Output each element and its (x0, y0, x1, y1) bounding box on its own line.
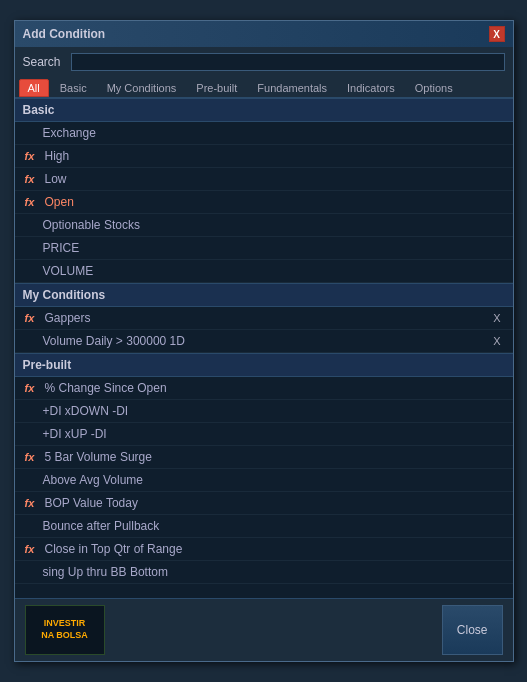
list-item[interactable]: fx Close in Top Qtr of Range (15, 538, 513, 561)
list-item[interactable]: VOLUME (15, 260, 513, 283)
conditions-list: Basic Exchange fx High fx Low fx Open Op… (15, 98, 513, 598)
dialog-title: Add Condition (23, 27, 106, 41)
search-label: Search (23, 55, 65, 69)
fx-icon: fx (25, 150, 39, 162)
fx-icon: fx (25, 312, 39, 324)
fx-icon: fx (25, 497, 39, 509)
tab-basic[interactable]: Basic (51, 79, 96, 97)
fx-icon: fx (25, 451, 39, 463)
list-item[interactable]: fx BOP Value Today (15, 492, 513, 515)
list-item[interactable]: fx % Change Since Open (15, 377, 513, 400)
list-item[interactable]: fx Gappers X (15, 307, 513, 330)
add-condition-dialog: Add Condition X Search All Basic My Cond… (14, 20, 514, 662)
list-item[interactable]: PRICE (15, 237, 513, 260)
list-item[interactable]: +DI xDOWN -DI (15, 400, 513, 423)
list-item[interactable]: fx 5 Bar Volume Surge (15, 446, 513, 469)
list-item[interactable]: fx High (15, 145, 513, 168)
tabs-row: All Basic My Conditions Pre-built Fundam… (15, 77, 513, 98)
list-item[interactable]: fx Open (15, 191, 513, 214)
tab-fundamentals[interactable]: Fundamentals (248, 79, 336, 97)
list-item[interactable]: Above Avg Volume (15, 469, 513, 492)
dialog-close-button[interactable]: X (489, 26, 505, 42)
fx-icon: fx (25, 382, 39, 394)
list-item[interactable]: fx Low (15, 168, 513, 191)
close-button[interactable]: Close (442, 605, 503, 655)
search-input[interactable] (71, 53, 505, 71)
fx-icon: fx (25, 543, 39, 555)
dialog-titlebar: Add Condition X (15, 21, 513, 47)
list-item[interactable]: +DI xUP -DI (15, 423, 513, 446)
list-item[interactable]: Volume Daily > 300000 1D X (15, 330, 513, 353)
fx-icon: fx (25, 173, 39, 185)
section-header-my-conditions: My Conditions (15, 283, 513, 307)
dialog-footer: INVESTIR NA BOLSA Close (15, 598, 513, 661)
list-item[interactable]: Optionable Stocks (15, 214, 513, 237)
list-item[interactable]: Bounce after Pullback (15, 515, 513, 538)
banner-text: INVESTIR NA BOLSA (41, 618, 88, 641)
tab-my-conditions[interactable]: My Conditions (98, 79, 186, 97)
remove-volume-button[interactable]: X (489, 335, 504, 347)
section-header-pre-built: Pre-built (15, 353, 513, 377)
tab-pre-built[interactable]: Pre-built (187, 79, 246, 97)
tab-indicators[interactable]: Indicators (338, 79, 404, 97)
tab-options[interactable]: Options (406, 79, 462, 97)
list-item[interactable]: Exchange (15, 122, 513, 145)
search-row: Search (15, 47, 513, 77)
banner: INVESTIR NA BOLSA (25, 605, 105, 655)
fx-icon: fx (25, 196, 39, 208)
remove-gappers-button[interactable]: X (489, 312, 504, 324)
section-header-basic: Basic (15, 98, 513, 122)
list-item[interactable]: sing Up thru BB Bottom (15, 561, 513, 584)
tab-all[interactable]: All (19, 79, 49, 97)
